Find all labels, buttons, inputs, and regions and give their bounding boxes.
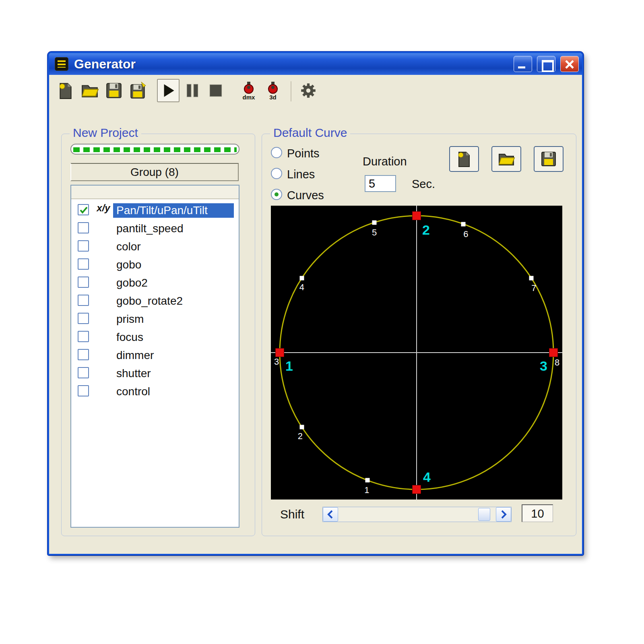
save-as-button[interactable] bbox=[127, 79, 149, 102]
list-item-label: dimmer bbox=[113, 348, 157, 363]
chevron-left-icon bbox=[326, 510, 334, 519]
scrollbar-thumb[interactable] bbox=[478, 508, 490, 521]
progress-bar bbox=[70, 144, 239, 155]
title-bar[interactable]: Generator bbox=[49, 53, 582, 75]
control-point[interactable] bbox=[412, 485, 421, 494]
list-item-label: shutter bbox=[113, 366, 154, 381]
curve-point bbox=[365, 478, 370, 483]
default-curve-groupbox: Default Curve Points Lines Curves Durati… bbox=[262, 134, 576, 536]
list-item[interactable]: gobo2 bbox=[71, 273, 239, 291]
list-item[interactable]: gobo_rotate2 bbox=[71, 291, 239, 310]
xy-icon: x/y bbox=[95, 202, 112, 214]
group-header-button[interactable]: Group (8) bbox=[70, 163, 239, 181]
list-item[interactable]: gobo bbox=[71, 255, 239, 273]
save-icon bbox=[105, 81, 123, 100]
shift-label: Shift bbox=[280, 508, 304, 521]
checkbox[interactable] bbox=[78, 240, 89, 252]
threed-knob-icon bbox=[264, 81, 282, 95]
curve-point bbox=[372, 220, 376, 225]
radio-circle[interactable] bbox=[271, 147, 282, 158]
checkbox[interactable] bbox=[78, 295, 89, 306]
save-icon bbox=[540, 150, 557, 168]
toolbar-separator bbox=[291, 81, 291, 101]
control-point[interactable] bbox=[412, 211, 421, 220]
scroll-right-button[interactable] bbox=[496, 507, 511, 522]
duration-input[interactable] bbox=[365, 175, 396, 192]
pause-button[interactable] bbox=[181, 79, 204, 102]
checkbox[interactable] bbox=[78, 204, 89, 215]
list-item-label: Pan/Tilt/uPan/uTilt bbox=[113, 203, 234, 218]
radio-lines-label: Lines bbox=[287, 168, 315, 181]
threed-button[interactable]: 3d bbox=[262, 79, 284, 102]
new-icon bbox=[56, 81, 75, 100]
curve-point bbox=[529, 276, 534, 280]
radio-circle[interactable] bbox=[271, 189, 282, 200]
point-label: 4 bbox=[299, 282, 304, 293]
list-item[interactable]: control bbox=[71, 382, 239, 400]
checkbox[interactable] bbox=[78, 277, 89, 288]
checkbox[interactable] bbox=[78, 331, 89, 342]
point-label: 2 bbox=[422, 222, 430, 238]
list-item[interactable]: dimmer bbox=[71, 346, 239, 364]
list-item-label: focus bbox=[113, 330, 147, 345]
shift-scrollbar[interactable] bbox=[322, 507, 512, 522]
play-icon bbox=[159, 81, 178, 100]
list-item[interactable]: x/y Pan/Tilt/uPan/uTilt bbox=[71, 201, 239, 219]
maximize-button[interactable] bbox=[537, 56, 555, 72]
curve-point bbox=[299, 276, 304, 280]
curve-open-button[interactable] bbox=[491, 146, 521, 172]
control-point[interactable] bbox=[549, 348, 558, 357]
threed-label: 3d bbox=[269, 95, 277, 100]
curve-save-button[interactable] bbox=[534, 146, 564, 172]
scrollbar-track[interactable] bbox=[338, 507, 496, 522]
control-point[interactable] bbox=[275, 348, 284, 357]
new-project-groupbox: New Project Group (8) x/y Pan/Tilt/uPan/… bbox=[61, 134, 255, 536]
open-button[interactable] bbox=[78, 79, 101, 102]
new-icon bbox=[455, 150, 473, 168]
new-project-title: New Project bbox=[70, 126, 141, 140]
scroll-left-button[interactable] bbox=[323, 507, 338, 522]
stop-button[interactable] bbox=[204, 79, 227, 102]
save-as-icon bbox=[129, 81, 147, 100]
shift-value[interactable]: 10 bbox=[522, 504, 553, 522]
toolbar: dmx 3d bbox=[49, 75, 582, 107]
minimize-button[interactable] bbox=[514, 56, 532, 72]
play-button[interactable] bbox=[157, 79, 180, 102]
curve-canvas[interactable]: 123456781234 bbox=[271, 206, 562, 500]
checkbox[interactable] bbox=[78, 258, 89, 270]
list-item[interactable]: focus bbox=[71, 328, 239, 346]
settings-button[interactable] bbox=[297, 79, 320, 102]
radio-circle[interactable] bbox=[271, 168, 282, 179]
list-item[interactable]: color bbox=[71, 237, 239, 255]
list-item-label: gobo bbox=[113, 258, 144, 272]
default-curve-title: Default Curve bbox=[270, 126, 350, 140]
list-item[interactable]: pantilt_speed bbox=[71, 219, 239, 237]
checkbox[interactable] bbox=[78, 313, 89, 324]
checkbox[interactable] bbox=[78, 385, 89, 396]
radio-dot bbox=[275, 192, 279, 196]
list-column-header bbox=[71, 186, 239, 199]
channel-list[interactable]: x/y Pan/Tilt/uPan/uTilt pantilt_speed co… bbox=[70, 185, 239, 528]
checkbox[interactable] bbox=[78, 367, 89, 378]
new-button[interactable] bbox=[54, 79, 77, 102]
window-title: Generator bbox=[74, 53, 136, 75]
save-button[interactable] bbox=[103, 79, 125, 102]
point-label: 5 bbox=[372, 227, 377, 238]
point-label: 3 bbox=[274, 357, 279, 367]
list-item-label: gobo_rotate2 bbox=[113, 294, 186, 308]
duration-unit: Sec. bbox=[412, 178, 435, 191]
close-button[interactable] bbox=[560, 56, 579, 72]
checkbox[interactable] bbox=[78, 222, 89, 233]
list-item[interactable]: prism bbox=[71, 310, 239, 328]
dmx-knob-icon bbox=[240, 81, 258, 95]
curve-plot bbox=[271, 206, 562, 500]
curve-new-button[interactable] bbox=[449, 146, 479, 172]
point-label: 3 bbox=[540, 358, 547, 374]
dmx-button[interactable]: dmx bbox=[237, 79, 260, 102]
curve-point bbox=[461, 222, 466, 226]
checkbox[interactable] bbox=[78, 349, 89, 360]
radio-points-label: Points bbox=[287, 147, 320, 160]
point-label: 1 bbox=[364, 485, 369, 495]
curve-point bbox=[299, 425, 304, 429]
list-item[interactable]: shutter bbox=[71, 364, 239, 382]
